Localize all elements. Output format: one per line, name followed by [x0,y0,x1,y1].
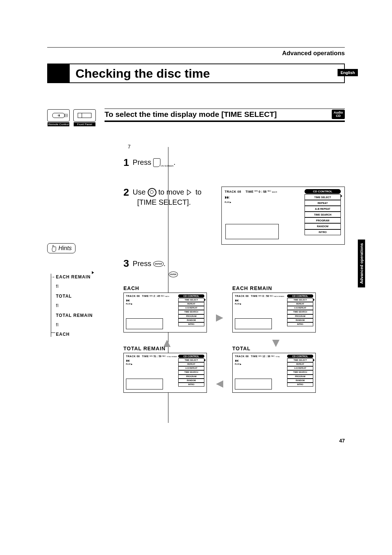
step2-line2: [TIME SELECT]. [137,198,218,207]
step-3: 3 Press ENTER. [123,258,345,269]
title-row: Checking the disc time [47,64,345,83]
step1-number: 1 [123,157,129,168]
osd-total: TRACK 08 TIME MIN 12 : 36 SEC TOTAL ⏭ PL… [232,353,316,393]
hints-badge: Hints [47,243,75,253]
header-rule [47,47,345,48]
step2-number: 2 [123,187,129,198]
joystick-icon [148,188,156,197]
front-panel-icon: Front Panel [73,109,96,122]
remote-caption: Remote Control [48,122,69,126]
step3-number: 3 [123,258,129,269]
subheading: To select the time display mode [TIME SE… [105,110,277,119]
mode-total-remain-label: TOTAL REMAIN [123,346,207,351]
hints-list: → EACH REMAIN fl TOTAL fl TOTAL REMAIN f… [51,272,93,339]
audio-cd-badge: Audio CD [332,110,345,119]
step-1: 1 Press ON SCREEN. [123,157,345,168]
onscreen-label: ON SCREEN [160,165,173,167]
enter-button-icon: ENTER [153,261,163,267]
hand-icon [51,245,57,252]
mode-each-label: EACH [123,285,207,291]
osd-total-remain: TRACK 08 TIME MIN 51 : 59 SEC TOTAL REMA… [123,353,207,393]
remote-control-icon: ○▮ ))) Remote Control [47,109,70,122]
title-box: Checking the disc time [69,64,345,83]
mode-each-remain-label: EACH REMAIN [232,285,316,291]
osd-menu: CD CONTROL TIME SELECT REPEAT A-B REPEAT… [305,189,341,235]
mode-total-label: TOTAL [232,346,316,351]
side-tab: Advanced operations [358,240,365,287]
subheader-row: ○▮ ))) Remote Control Front Panel To sel… [47,109,345,122]
osd-track: TRACK 08 [225,190,241,193]
section-label: Advanced operations [47,50,345,57]
step-2: 2 Use to move to [123,187,218,198]
cycle-arrow-left [216,380,223,388]
osd-preview-big: TRACK 08 TIME MIN 0 : 58 SEC EACH ⏭ PLAY… [221,187,345,245]
osd-each-remain: TRACK 08 TIME MIN 0 : 58 SEC EACH REMAIN… [232,293,316,332]
language-tab: English [338,69,358,76]
onscreen-button-icon [153,158,160,167]
osd-lowbox [225,224,279,239]
step-pre: 7 [128,144,345,150]
osd-each: TRACK 08 TIME MIN 2 : 45 SEC EACH ⏭ PLAY… [123,293,207,332]
cycle-arrow-right [216,314,223,322]
cursor-icon [186,189,193,196]
enter-icon-small: ENTER [169,272,178,277]
page-title: Checking the disc time [75,66,210,81]
title-black-block [47,64,69,83]
page-number: 47 [339,438,345,444]
panel-caption: Front Panel [74,122,95,126]
